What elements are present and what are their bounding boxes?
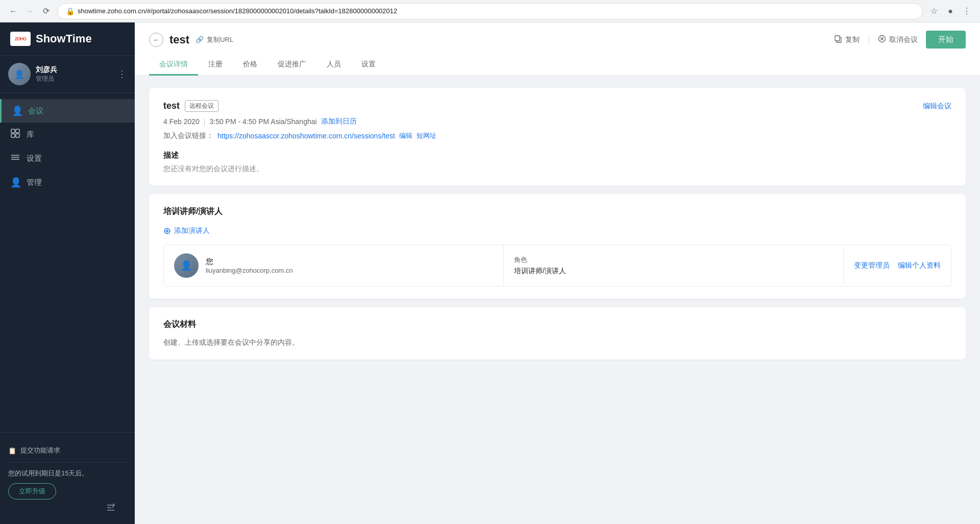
avatar-image: 👤	[8, 63, 31, 85]
feature-request-link[interactable]: 📋 提交功能请求	[8, 441, 127, 460]
lock-icon: 🔒	[66, 7, 75, 15]
join-link-label: 加入会议链接：	[163, 131, 213, 140]
sidebar-item-settings[interactable]: 设置	[0, 147, 135, 171]
tab-settings[interactable]: 设置	[351, 55, 386, 76]
change-admin-link[interactable]: 变更管理员	[854, 261, 890, 270]
cancel-label: 取消会议	[889, 35, 918, 44]
cancel-meeting-button[interactable]: 取消会议	[878, 35, 918, 44]
bookmark-button[interactable]: ☆	[927, 4, 941, 18]
session-name: test	[163, 101, 180, 111]
edit-meeting-link[interactable]: 编辑会议	[923, 102, 951, 111]
sidebar-item-library[interactable]: 库	[0, 123, 135, 147]
session-info-card: test 远程会议 编辑会议 4 Feb 2020 | 3:50 PM - 4:…	[149, 88, 966, 186]
sidebar-admin-label: 管理	[27, 178, 42, 187]
trainer-section-title: 培训讲师/演讲人	[163, 206, 951, 217]
tab-promotion[interactable]: 促进推广	[267, 55, 316, 76]
presenter-info: 👤 您 liuyanbing@zohocorp.com.cn	[164, 245, 504, 286]
browser-actions: ☆ ● ⋮	[927, 4, 974, 18]
add-presenter-label: 添加演讲人	[174, 226, 210, 235]
sidebar-nav: 👤 会议 库 设置 👤 管理	[0, 93, 135, 432]
main-content: ← test 🔗 复制URL 复制 |	[135, 22, 980, 524]
svg-rect-1	[16, 129, 19, 133]
url-text: showtime.zoho.com.cn/#/portal/zohosaasco…	[78, 7, 914, 15]
upgrade-button[interactable]: 立即升级	[8, 483, 56, 499]
presenter-email: liuyanbing@zohocorp.com.cn	[206, 267, 293, 274]
page-tabs: 会议详情 注册 价格 促进推广 人员 设置	[149, 55, 966, 75]
sidebar-logo: ZOHO ShowTime	[0, 22, 135, 56]
scroll-area: test 远程会议 编辑会议 4 Feb 2020 | 3:50 PM - 4:…	[135, 76, 980, 524]
tab-price[interactable]: 价格	[233, 55, 267, 76]
start-button[interactable]: 开始	[926, 31, 966, 49]
add-icon: ⊕	[163, 225, 171, 236]
materials-section-title: 会议材料	[163, 319, 951, 330]
tab-people[interactable]: 人员	[316, 55, 351, 76]
role-value: 培训讲师/演讲人	[514, 267, 833, 276]
reload-button[interactable]: ⟳	[39, 4, 53, 18]
sidebar-settings-label: 设置	[27, 154, 42, 163]
svg-rect-2	[11, 134, 15, 137]
user-role: 管理员	[36, 75, 112, 83]
collapse-sidebar-button[interactable]	[8, 499, 127, 516]
back-button[interactable]: ←	[6, 4, 20, 18]
menu-button[interactable]: ⋮	[960, 4, 974, 18]
copy-icon	[834, 35, 842, 44]
tab-details[interactable]: 会议详情	[149, 55, 198, 76]
presenter-actions: 变更管理员 编辑个人资料	[844, 253, 951, 278]
copy-button[interactable]: 复制	[834, 35, 860, 44]
page-title: test	[169, 33, 189, 46]
presenter-avatar: 👤	[174, 253, 199, 278]
description-text: 您还没有对您的会议进行描述。	[163, 164, 951, 174]
sidebar-item-admin[interactable]: 👤 管理	[0, 171, 135, 194]
user-name: 刘彦兵	[36, 65, 112, 75]
description-section: 描述 您还没有对您的会议进行描述。	[163, 151, 951, 174]
forward-button[interactable]: →	[22, 4, 37, 18]
browser-chrome: ← → ⟳ 🔒 showtime.zoho.com.cn/#/portal/zo…	[0, 0, 980, 22]
copy-url-button[interactable]: 🔗 复制URL	[195, 35, 233, 44]
materials-card: 会议材料 创建、上传或选择要在会议中分享的内容。	[149, 307, 966, 360]
role-label: 角色	[514, 255, 833, 265]
meta-divider: |	[204, 117, 206, 126]
svg-rect-11	[835, 36, 840, 41]
sidebar-item-meetings[interactable]: 👤 会议	[0, 99, 135, 123]
presenter-role: 角色 培训讲师/演讲人	[504, 247, 844, 284]
edit-profile-link[interactable]: 编辑个人资料	[898, 261, 941, 270]
page-header: ← test 🔗 复制URL 复制 |	[135, 22, 980, 76]
divider: |	[868, 35, 870, 44]
feature-request-icon: 📋	[8, 447, 16, 455]
cancel-icon	[878, 35, 886, 44]
sidebar-bottom: 📋 提交功能请求 您的试用到期日是15天后。 立即升级	[0, 432, 135, 524]
trial-text: 您的试用到期日是15天后。	[8, 469, 127, 478]
join-url-link[interactable]: https://zohosaascor.zohoshowtime.com.cn/…	[217, 132, 395, 140]
library-icon	[10, 129, 20, 140]
address-bar[interactable]: 🔒 showtime.zoho.com.cn/#/portal/zohosaas…	[57, 3, 923, 19]
add-presenter-button[interactable]: ⊕ 添加演讲人	[163, 225, 210, 236]
add-to-calendar-link[interactable]: 添加到日历	[321, 117, 357, 126]
copy-url-label: 复制URL	[207, 35, 233, 44]
avatar: 👤	[8, 63, 31, 85]
user-section: 👤 刘彦兵 管理员 ⋮	[0, 56, 135, 93]
back-to-list-button[interactable]: ←	[149, 33, 163, 47]
link-icon: 🔗	[195, 36, 204, 43]
svg-rect-0	[11, 129, 15, 133]
settings-icon	[10, 153, 20, 164]
user-menu-button[interactable]: ⋮	[117, 68, 127, 80]
edit-url-link[interactable]: 编辑	[399, 131, 412, 140]
trainer-card: 培训讲师/演讲人 ⊕ 添加演讲人 👤 您 liuyanbing@zohocorp…	[149, 194, 966, 299]
profile-button[interactable]: ●	[943, 4, 958, 18]
tab-register[interactable]: 注册	[198, 55, 233, 76]
materials-description: 创建、上传或选择要在会议中分享的内容。	[163, 338, 951, 347]
session-time: 3:50 PM - 4:50 PM Asia/Shanghai	[209, 117, 316, 126]
copy-label: 复制	[845, 35, 860, 44]
session-title: test 远程会议	[163, 100, 218, 112]
zoho-logo-icon: ZOHO	[10, 32, 31, 46]
short-url-link[interactable]: 短网址	[416, 131, 436, 140]
session-type-badge: 远程会议	[185, 100, 218, 112]
session-date: 4 Feb 2020	[163, 117, 200, 126]
admin-icon: 👤	[10, 177, 20, 188]
session-link-row: 加入会议链接： https://zohosaascor.zohoshowtime…	[163, 131, 951, 140]
app-container: ZOHO ShowTime 👤 刘彦兵 管理员 ⋮ 👤 会议	[0, 22, 980, 524]
page-header-top: ← test 🔗 复制URL 复制 |	[149, 31, 966, 49]
app-title: ShowTime	[36, 32, 92, 45]
nav-buttons: ← → ⟳	[6, 4, 53, 18]
presenter-name: 您	[206, 257, 293, 267]
